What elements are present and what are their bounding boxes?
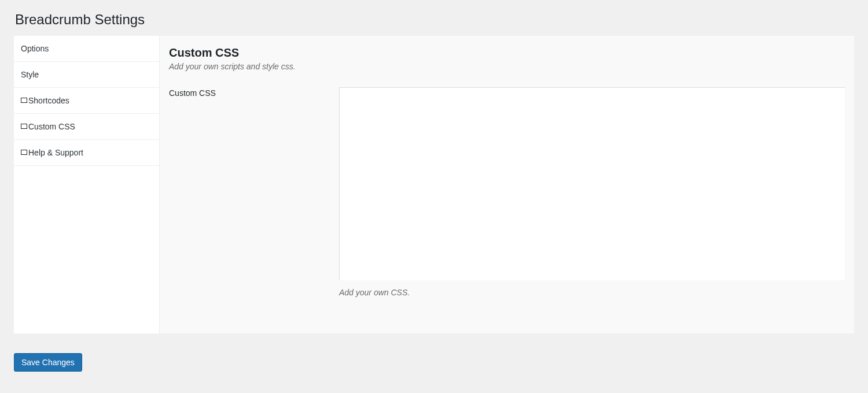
- settings-content: Custom CSS Add your own scripts and styl…: [160, 36, 854, 333]
- sidebar-item-style[interactable]: Style: [14, 62, 159, 88]
- box-icon: [21, 124, 27, 129]
- section-description: Add your own scripts and style css.: [169, 62, 845, 71]
- section-title: Custom CSS: [169, 46, 845, 60]
- save-button[interactable]: Save Changes: [14, 353, 82, 372]
- sidebar-item-label: Custom CSS: [28, 122, 75, 131]
- settings-sidebar: Options Style Shortcodes Custom CSS Help…: [14, 36, 160, 333]
- sidebar-item-label: Help & Support: [28, 148, 83, 157]
- custom-css-hint: Add your own CSS.: [339, 288, 845, 297]
- sidebar-item-label: Style: [21, 70, 39, 79]
- custom-css-textarea[interactable]: [339, 87, 845, 280]
- sidebar-item-label: Options: [21, 44, 49, 53]
- box-icon: [21, 98, 27, 103]
- page-title: Breadcrumb Settings: [15, 12, 854, 28]
- custom-css-label: Custom CSS: [169, 87, 339, 98]
- sidebar-item-options[interactable]: Options: [14, 36, 159, 62]
- sidebar-item-help-support[interactable]: Help & Support: [14, 140, 159, 166]
- sidebar-item-shortcodes[interactable]: Shortcodes: [14, 88, 159, 114]
- custom-css-input-wrap: Add your own CSS.: [339, 87, 845, 297]
- custom-css-field-row: Custom CSS Add your own CSS.: [169, 87, 845, 297]
- sidebar-item-custom-css[interactable]: Custom CSS: [14, 114, 159, 140]
- save-row: Save Changes: [14, 353, 854, 372]
- settings-container: Options Style Shortcodes Custom CSS Help…: [14, 36, 854, 333]
- sidebar-item-label: Shortcodes: [28, 96, 69, 105]
- box-icon: [21, 150, 27, 155]
